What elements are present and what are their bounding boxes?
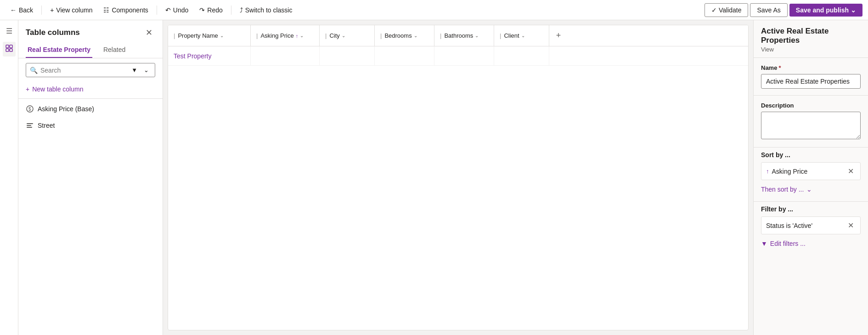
column-name: Asking Price (Base): [38, 105, 94, 113]
then-sort-chevron-icon: ⌄: [806, 186, 812, 193]
col-header-asking-price[interactable]: | Asking Price ↑ ⌄: [251, 25, 320, 46]
switch-to-classic-button[interactable]: ⤴ Switch to classic: [235, 4, 297, 16]
sidebar-divider: [18, 98, 163, 99]
back-arrow-icon: ←: [10, 6, 17, 14]
name-label: Name *: [761, 64, 861, 71]
name-section: Name *: [754, 58, 868, 95]
switch-classic-icon: ⤴: [240, 6, 243, 14]
svg-rect-3: [10, 49, 12, 51]
components-button[interactable]: ☷ Components: [99, 4, 152, 16]
col-header-bathrooms[interactable]: | Bathrooms ⌄: [434, 25, 494, 46]
col-label: City: [329, 32, 339, 39]
filter-by-section: Filter by ... Status is 'Active' ✕ ▼ Edi…: [754, 202, 868, 256]
hamburger-menu-button[interactable]: ☰: [3, 24, 15, 38]
tab-real-estate-property[interactable]: Real Estate Property: [26, 42, 92, 58]
sort-item-left: ↑ Asking Price: [766, 168, 807, 175]
table-icon: [6, 45, 13, 52]
validate-icon: ✓: [711, 6, 717, 14]
redo-label: Redo: [207, 6, 222, 14]
col-sort-chevron-icon: ⌄: [475, 33, 479, 38]
right-panel: Active Real Estate Properties View Name …: [753, 20, 868, 335]
edit-filters-label: Edit filters ...: [770, 240, 806, 247]
then-sort-label: Then sort by ...: [761, 186, 804, 193]
table-row: Test Property: [168, 46, 748, 66]
currency-icon: $: [26, 105, 34, 113]
col-label: Bathrooms: [444, 32, 473, 39]
filter-button[interactable]: ▼: [129, 66, 140, 74]
table-icon-button[interactable]: [3, 42, 16, 57]
filter-item-remove-button[interactable]: ✕: [846, 220, 856, 231]
sort-by-section: Sort by ... ↑ Asking Price ✕ Then sort b…: [754, 148, 868, 201]
save-as-label: Save As: [757, 6, 780, 14]
toolbar-separator-3: [231, 6, 231, 15]
save-and-publish-button[interactable]: Save and publish ⌄: [789, 4, 862, 17]
col-sort-chevron-icon: ⌄: [220, 33, 224, 38]
sort-item-remove-button[interactable]: ✕: [846, 166, 856, 176]
cell-property-name: Test Property: [168, 46, 251, 65]
col-label: Client: [504, 32, 519, 39]
search-icon: 🔍: [30, 67, 38, 74]
undo-label: Undo: [173, 6, 188, 14]
components-icon: ☷: [103, 6, 109, 14]
validate-label: Validate: [719, 6, 742, 14]
col-header-client[interactable]: | Client ⌄: [494, 25, 549, 46]
data-grid: | Property Name ⌄ | Asking Price ↑ ⌄ | C…: [168, 25, 749, 330]
col-sort-chevron-icon: ⌄: [521, 33, 525, 38]
property-name-link[interactable]: Test Property: [174, 52, 211, 60]
sort-asc-icon: ↑: [766, 168, 769, 175]
col-label: Bedrooms: [384, 32, 411, 39]
toolbar-separator-2: [157, 6, 157, 15]
toolbar: ← Back + View column ☷ Components ↶ Undo…: [0, 0, 868, 20]
new-table-column-button[interactable]: + New table column: [18, 82, 163, 97]
validate-button[interactable]: ✓ Validate: [705, 3, 749, 17]
filter-by-label: Filter by ...: [761, 205, 861, 213]
col-header-city[interactable]: | City ⌄: [320, 25, 375, 46]
sort-field-label: Asking Price: [772, 168, 808, 175]
tab-related[interactable]: Related: [101, 42, 127, 58]
pipe-icon: |: [440, 32, 441, 39]
grid-header: | Property Name ⌄ | Asking Price ↑ ⌄ | C…: [168, 25, 748, 46]
save-as-button[interactable]: Save As: [750, 3, 787, 17]
col-sort-chevron-icon: ⌄: [414, 33, 417, 38]
col-label: Asking Price: [260, 32, 293, 39]
right-panel-title: Active Real Estate Properties: [754, 20, 868, 46]
pipe-icon: |: [325, 32, 327, 39]
text-icon: [26, 121, 34, 130]
svg-rect-7: [27, 125, 31, 126]
svg-rect-2: [6, 49, 9, 51]
add-column-button[interactable]: +: [549, 25, 568, 46]
toolbar-right: ✓ Validate Save As Save and publish ⌄: [705, 3, 862, 17]
pipe-icon: |: [256, 32, 258, 39]
sidebar-close-button[interactable]: ✕: [143, 27, 155, 39]
description-textarea[interactable]: [761, 112, 861, 139]
name-input[interactable]: [761, 74, 861, 89]
list-item[interactable]: Street: [18, 117, 163, 134]
sort-by-label: Sort by ...: [761, 151, 861, 159]
svg-rect-8: [27, 127, 32, 128]
col-label: Property Name: [178, 32, 218, 39]
then-sort-by-button[interactable]: Then sort by ... ⌄: [761, 184, 812, 195]
pipe-icon: |: [380, 32, 382, 39]
filter-chevron-button[interactable]: ⌄: [141, 66, 151, 74]
col-header-property-name[interactable]: | Property Name ⌄: [168, 25, 251, 46]
filter-icon: ▼: [761, 240, 767, 247]
back-button[interactable]: ← Back: [6, 4, 38, 16]
cell-bedrooms: [375, 46, 434, 65]
redo-button[interactable]: ↷ Redo: [195, 4, 227, 16]
save-and-publish-label: Save and publish: [796, 6, 849, 14]
undo-icon: ↶: [165, 6, 171, 14]
sidebar-icon-strip: ☰: [0, 20, 18, 335]
view-column-button[interactable]: + View column: [45, 4, 97, 16]
center-content: | Property Name ⌄ | Asking Price ↑ ⌄ | C…: [163, 20, 753, 335]
undo-button[interactable]: ↶ Undo: [161, 4, 193, 16]
name-required-indicator: *: [778, 64, 781, 71]
list-item[interactable]: $ Asking Price (Base): [18, 101, 163, 117]
components-label: Components: [112, 6, 148, 14]
col-header-bedrooms[interactable]: | Bedrooms ⌄: [375, 25, 434, 46]
sidebar-title: Table columns: [26, 28, 80, 37]
search-input[interactable]: [40, 67, 126, 74]
cell-asking-price: [251, 46, 320, 65]
edit-filters-button[interactable]: ▼ Edit filters ...: [761, 238, 806, 249]
pipe-icon: |: [174, 32, 175, 39]
tab-real-estate-label: Real Estate Property: [28, 46, 90, 53]
